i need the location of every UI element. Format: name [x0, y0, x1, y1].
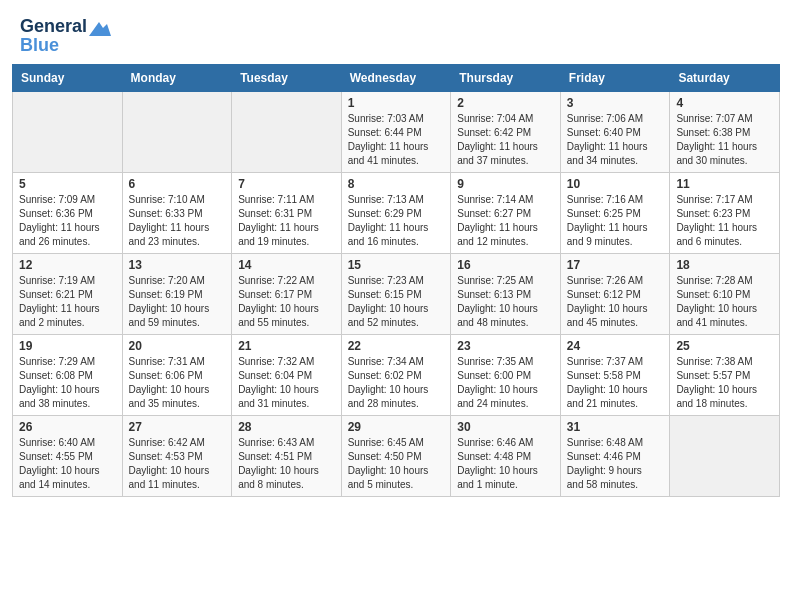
calendar-cell: 12Sunrise: 7:19 AM Sunset: 6:21 PM Dayli…	[13, 254, 123, 335]
page-header: General Blue	[0, 0, 792, 64]
day-number: 20	[129, 339, 226, 353]
day-number: 19	[19, 339, 116, 353]
day-number: 11	[676, 177, 773, 191]
day-info: Sunrise: 7:34 AM Sunset: 6:02 PM Dayligh…	[348, 355, 445, 411]
day-number: 1	[348, 96, 445, 110]
logo-general: General	[20, 16, 87, 37]
day-info: Sunrise: 7:14 AM Sunset: 6:27 PM Dayligh…	[457, 193, 554, 249]
day-info: Sunrise: 6:43 AM Sunset: 4:51 PM Dayligh…	[238, 436, 335, 492]
calendar-cell: 21Sunrise: 7:32 AM Sunset: 6:04 PM Dayli…	[232, 335, 342, 416]
calendar-week-1: 5Sunrise: 7:09 AM Sunset: 6:36 PM Daylig…	[13, 173, 780, 254]
day-info: Sunrise: 7:29 AM Sunset: 6:08 PM Dayligh…	[19, 355, 116, 411]
day-info: Sunrise: 7:37 AM Sunset: 5:58 PM Dayligh…	[567, 355, 664, 411]
day-number: 21	[238, 339, 335, 353]
calendar-cell: 10Sunrise: 7:16 AM Sunset: 6:25 PM Dayli…	[560, 173, 670, 254]
calendar-cell: 30Sunrise: 6:46 AM Sunset: 4:48 PM Dayli…	[451, 416, 561, 497]
weekday-row: SundayMondayTuesdayWednesdayThursdayFrid…	[13, 65, 780, 92]
calendar-week-0: 1Sunrise: 7:03 AM Sunset: 6:44 PM Daylig…	[13, 92, 780, 173]
calendar-cell: 6Sunrise: 7:10 AM Sunset: 6:33 PM Daylig…	[122, 173, 232, 254]
calendar-header: SundayMondayTuesdayWednesdayThursdayFrid…	[13, 65, 780, 92]
calendar-cell: 19Sunrise: 7:29 AM Sunset: 6:08 PM Dayli…	[13, 335, 123, 416]
day-info: Sunrise: 6:45 AM Sunset: 4:50 PM Dayligh…	[348, 436, 445, 492]
day-number: 24	[567, 339, 664, 353]
calendar-cell: 11Sunrise: 7:17 AM Sunset: 6:23 PM Dayli…	[670, 173, 780, 254]
calendar-cell: 22Sunrise: 7:34 AM Sunset: 6:02 PM Dayli…	[341, 335, 451, 416]
calendar-cell: 4Sunrise: 7:07 AM Sunset: 6:38 PM Daylig…	[670, 92, 780, 173]
day-number: 2	[457, 96, 554, 110]
day-info: Sunrise: 7:28 AM Sunset: 6:10 PM Dayligh…	[676, 274, 773, 330]
weekday-saturday: Saturday	[670, 65, 780, 92]
calendar-table: SundayMondayTuesdayWednesdayThursdayFrid…	[12, 64, 780, 497]
day-info: Sunrise: 7:22 AM Sunset: 6:17 PM Dayligh…	[238, 274, 335, 330]
svg-marker-0	[89, 22, 111, 36]
calendar-cell: 14Sunrise: 7:22 AM Sunset: 6:17 PM Dayli…	[232, 254, 342, 335]
day-info: Sunrise: 6:40 AM Sunset: 4:55 PM Dayligh…	[19, 436, 116, 492]
day-info: Sunrise: 7:17 AM Sunset: 6:23 PM Dayligh…	[676, 193, 773, 249]
day-info: Sunrise: 7:13 AM Sunset: 6:29 PM Dayligh…	[348, 193, 445, 249]
calendar-cell: 17Sunrise: 7:26 AM Sunset: 6:12 PM Dayli…	[560, 254, 670, 335]
calendar-cell: 13Sunrise: 7:20 AM Sunset: 6:19 PM Dayli…	[122, 254, 232, 335]
day-info: Sunrise: 6:48 AM Sunset: 4:46 PM Dayligh…	[567, 436, 664, 492]
calendar-cell: 7Sunrise: 7:11 AM Sunset: 6:31 PM Daylig…	[232, 173, 342, 254]
day-info: Sunrise: 7:38 AM Sunset: 5:57 PM Dayligh…	[676, 355, 773, 411]
weekday-friday: Friday	[560, 65, 670, 92]
calendar-cell: 28Sunrise: 6:43 AM Sunset: 4:51 PM Dayli…	[232, 416, 342, 497]
calendar-container: SundayMondayTuesdayWednesdayThursdayFrid…	[0, 64, 792, 509]
logo-blue: Blue	[20, 35, 59, 56]
calendar-body: 1Sunrise: 7:03 AM Sunset: 6:44 PM Daylig…	[13, 92, 780, 497]
day-number: 30	[457, 420, 554, 434]
calendar-cell	[122, 92, 232, 173]
day-number: 5	[19, 177, 116, 191]
calendar-cell: 26Sunrise: 6:40 AM Sunset: 4:55 PM Dayli…	[13, 416, 123, 497]
calendar-cell: 2Sunrise: 7:04 AM Sunset: 6:42 PM Daylig…	[451, 92, 561, 173]
day-info: Sunrise: 7:06 AM Sunset: 6:40 PM Dayligh…	[567, 112, 664, 168]
day-number: 9	[457, 177, 554, 191]
day-number: 31	[567, 420, 664, 434]
day-number: 8	[348, 177, 445, 191]
day-info: Sunrise: 7:09 AM Sunset: 6:36 PM Dayligh…	[19, 193, 116, 249]
day-info: Sunrise: 6:46 AM Sunset: 4:48 PM Dayligh…	[457, 436, 554, 492]
calendar-cell: 24Sunrise: 7:37 AM Sunset: 5:58 PM Dayli…	[560, 335, 670, 416]
day-info: Sunrise: 7:10 AM Sunset: 6:33 PM Dayligh…	[129, 193, 226, 249]
day-number: 10	[567, 177, 664, 191]
logo: General Blue	[20, 16, 111, 56]
day-number: 15	[348, 258, 445, 272]
day-number: 25	[676, 339, 773, 353]
day-info: Sunrise: 6:42 AM Sunset: 4:53 PM Dayligh…	[129, 436, 226, 492]
day-info: Sunrise: 7:11 AM Sunset: 6:31 PM Dayligh…	[238, 193, 335, 249]
day-info: Sunrise: 7:04 AM Sunset: 6:42 PM Dayligh…	[457, 112, 554, 168]
calendar-cell: 16Sunrise: 7:25 AM Sunset: 6:13 PM Dayli…	[451, 254, 561, 335]
day-info: Sunrise: 7:07 AM Sunset: 6:38 PM Dayligh…	[676, 112, 773, 168]
calendar-cell: 31Sunrise: 6:48 AM Sunset: 4:46 PM Dayli…	[560, 416, 670, 497]
day-number: 3	[567, 96, 664, 110]
calendar-cell: 25Sunrise: 7:38 AM Sunset: 5:57 PM Dayli…	[670, 335, 780, 416]
calendar-cell: 9Sunrise: 7:14 AM Sunset: 6:27 PM Daylig…	[451, 173, 561, 254]
weekday-wednesday: Wednesday	[341, 65, 451, 92]
logo-icon	[89, 20, 111, 36]
calendar-week-2: 12Sunrise: 7:19 AM Sunset: 6:21 PM Dayli…	[13, 254, 780, 335]
calendar-cell: 5Sunrise: 7:09 AM Sunset: 6:36 PM Daylig…	[13, 173, 123, 254]
day-info: Sunrise: 7:31 AM Sunset: 6:06 PM Dayligh…	[129, 355, 226, 411]
calendar-cell: 1Sunrise: 7:03 AM Sunset: 6:44 PM Daylig…	[341, 92, 451, 173]
calendar-cell: 20Sunrise: 7:31 AM Sunset: 6:06 PM Dayli…	[122, 335, 232, 416]
day-number: 16	[457, 258, 554, 272]
calendar-cell: 15Sunrise: 7:23 AM Sunset: 6:15 PM Dayli…	[341, 254, 451, 335]
weekday-thursday: Thursday	[451, 65, 561, 92]
day-number: 28	[238, 420, 335, 434]
day-number: 27	[129, 420, 226, 434]
weekday-sunday: Sunday	[13, 65, 123, 92]
calendar-cell	[670, 416, 780, 497]
day-number: 6	[129, 177, 226, 191]
calendar-cell: 18Sunrise: 7:28 AM Sunset: 6:10 PM Dayli…	[670, 254, 780, 335]
day-number: 14	[238, 258, 335, 272]
weekday-monday: Monday	[122, 65, 232, 92]
weekday-tuesday: Tuesday	[232, 65, 342, 92]
day-info: Sunrise: 7:16 AM Sunset: 6:25 PM Dayligh…	[567, 193, 664, 249]
day-number: 29	[348, 420, 445, 434]
calendar-week-3: 19Sunrise: 7:29 AM Sunset: 6:08 PM Dayli…	[13, 335, 780, 416]
day-info: Sunrise: 7:25 AM Sunset: 6:13 PM Dayligh…	[457, 274, 554, 330]
day-number: 26	[19, 420, 116, 434]
calendar-cell: 29Sunrise: 6:45 AM Sunset: 4:50 PM Dayli…	[341, 416, 451, 497]
day-info: Sunrise: 7:19 AM Sunset: 6:21 PM Dayligh…	[19, 274, 116, 330]
day-number: 23	[457, 339, 554, 353]
